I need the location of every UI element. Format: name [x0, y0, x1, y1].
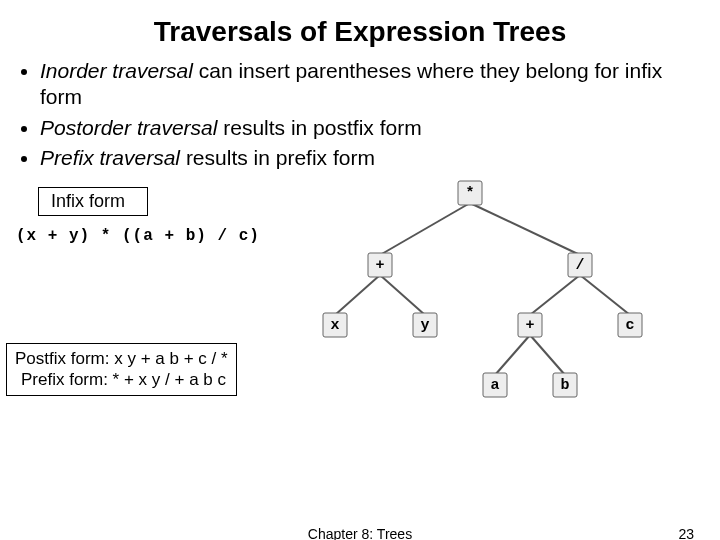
page-number: 23: [678, 526, 694, 540]
tree-edge: [380, 275, 425, 315]
tree-edge: [335, 275, 380, 315]
svg-text:x: x: [330, 317, 339, 334]
infix-label-box: Infix form: [38, 187, 148, 216]
tree-node-plus-right: +: [518, 313, 542, 337]
tree-edge: [530, 335, 565, 375]
bullet-item: Prefix traversal results in prefix form: [40, 145, 702, 171]
bullet-term: Inorder traversal: [40, 59, 193, 82]
slide-title: Traversals of Expression Trees: [0, 0, 720, 58]
postfix-line: Postfix form: x y + a b + c / *: [15, 348, 228, 369]
content-area: Infix form (x + y) * ((a + b) / c) Postf…: [0, 175, 720, 455]
tree-edge: [530, 275, 580, 315]
tree-node-a: a: [483, 373, 507, 397]
svg-text:*: *: [465, 185, 474, 202]
bullet-term: Postorder traversal: [40, 116, 217, 139]
tree-node-c: c: [618, 313, 642, 337]
tree-node-x: x: [323, 313, 347, 337]
bullet-term: Prefix traversal: [40, 146, 180, 169]
svg-text:+: +: [375, 257, 384, 274]
tree-node-y: y: [413, 313, 437, 337]
prefix-line: Prefix form: * + x y / + a b c: [15, 369, 228, 390]
expression-tree: * + / x y + c a: [270, 175, 690, 405]
bullet-item: Postorder traversal results in postfix f…: [40, 115, 702, 141]
tree-edge: [495, 335, 530, 375]
svg-text:+: +: [525, 317, 534, 334]
svg-text:b: b: [560, 377, 569, 394]
bullet-text: results in prefix form: [180, 146, 375, 169]
bullet-item: Inorder traversal can insert parentheses…: [40, 58, 702, 111]
bullet-list: Inorder traversal can insert parentheses…: [0, 58, 720, 171]
svg-text:a: a: [490, 377, 499, 394]
tree-node-b: b: [553, 373, 577, 397]
tree-edge: [380, 203, 470, 255]
tree-edge: [580, 275, 630, 315]
tree-edge: [470, 203, 580, 255]
chapter-label: Chapter 8: Trees: [308, 526, 412, 540]
bullet-text: results in postfix form: [217, 116, 421, 139]
svg-text:/: /: [575, 257, 584, 274]
svg-text:y: y: [420, 317, 429, 334]
infix-expression: (x + y) * ((a + b) / c): [16, 227, 260, 245]
tree-node-div: /: [568, 253, 592, 277]
infix-label: Infix form: [51, 191, 125, 211]
traversal-forms-box: Postfix form: x y + a b + c / * Prefix f…: [6, 343, 237, 396]
tree-node-plus-left: +: [368, 253, 392, 277]
svg-text:c: c: [625, 317, 634, 334]
tree-node-root: *: [458, 181, 482, 205]
